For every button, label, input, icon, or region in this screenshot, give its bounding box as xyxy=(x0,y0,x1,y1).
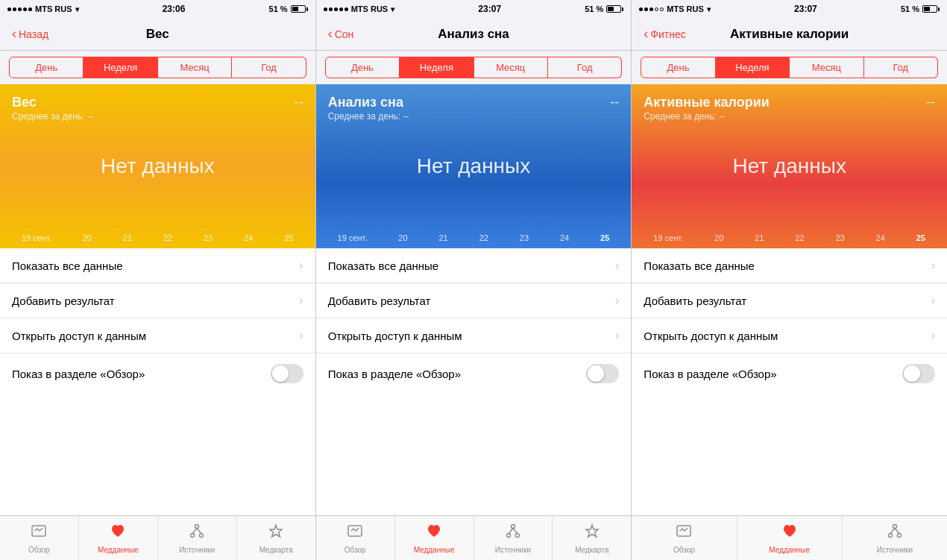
tab-icon xyxy=(426,523,442,544)
list-item-1[interactable]: Добавить результат› xyxy=(0,283,315,318)
back-button[interactable]: ‹Сон xyxy=(328,26,380,42)
svg-point-3 xyxy=(200,533,204,537)
axis-label: 24 xyxy=(876,233,885,242)
tab-bar: Обзор Медданные Источники Медкарта xyxy=(0,515,315,560)
signal-dots xyxy=(7,7,32,11)
list-item-1[interactable]: Добавить результат› xyxy=(632,283,947,318)
chart-axis: 19 сент.202122232425 xyxy=(0,233,315,242)
axis-label: 25 xyxy=(600,233,609,242)
segment-день[interactable]: День xyxy=(9,57,84,78)
list-item-0[interactable]: Показать все данные› xyxy=(632,248,947,283)
tab-медданные[interactable]: Медданные xyxy=(395,516,474,560)
segment-день[interactable]: День xyxy=(641,57,715,78)
tab-label: Медкарта xyxy=(259,546,293,554)
carrier-label: MTS RUS xyxy=(351,4,388,13)
wifi-icon: ▾ xyxy=(707,5,711,13)
axis-label: 25 xyxy=(916,233,925,242)
list-item-text: Показ в разделе «Обзор» xyxy=(12,368,145,380)
tab-icon xyxy=(110,523,126,544)
svg-point-1 xyxy=(195,524,199,528)
list-item-3[interactable]: Показ в разделе «Обзор» xyxy=(316,353,632,394)
tab-источники[interactable]: Источники xyxy=(158,516,237,560)
status-time: 23:07 xyxy=(794,4,817,14)
list-section: Показать все данные›Добавить результат›О… xyxy=(316,248,632,515)
list-item-3[interactable]: Показ в разделе «Обзор» xyxy=(632,353,947,394)
tab-медданные[interactable]: Медданные xyxy=(79,516,158,560)
svg-point-2 xyxy=(191,533,195,537)
back-button[interactable]: ‹Назад xyxy=(12,26,64,42)
list-item-1[interactable]: Добавить результат› xyxy=(316,283,632,318)
list-item-2[interactable]: Открыть доступ к данным› xyxy=(632,318,947,353)
tab-icon xyxy=(676,523,692,544)
tab-icon xyxy=(505,523,521,544)
segment-неделя[interactable]: Неделя xyxy=(400,57,474,78)
svg-point-6 xyxy=(506,533,510,537)
axis-label: 24 xyxy=(560,233,569,242)
back-label: Фитнес xyxy=(650,28,685,40)
list-item-3[interactable]: Показ в разделе «Обзор» xyxy=(0,353,315,394)
tab-icon xyxy=(31,523,47,544)
back-button[interactable]: ‹Фитнес xyxy=(644,26,696,42)
chart-card: Активные калории--Среднее за день: --Нет… xyxy=(632,84,947,248)
tab-label: Медданные xyxy=(769,546,810,554)
list-item-2[interactable]: Открыть доступ к данным› xyxy=(316,318,632,353)
segment-неделя[interactable]: Неделя xyxy=(716,57,790,78)
tab-обзор[interactable]: Обзор xyxy=(316,516,395,560)
carrier-label: MTS RUS xyxy=(35,4,72,13)
nav-title: Вес xyxy=(64,27,251,42)
list-item-2[interactable]: Открыть доступ к данным› xyxy=(0,318,315,353)
chart-title: Вес xyxy=(12,95,37,110)
segment-месяц[interactable]: Месяц xyxy=(158,57,232,78)
toggle-switch[interactable] xyxy=(271,364,303,383)
list-item-text: Добавить результат xyxy=(12,295,115,307)
segment-control: ДеньНеделяМесяцГод xyxy=(0,51,315,84)
segment-год[interactable]: Год xyxy=(548,57,622,78)
segment-день[interactable]: День xyxy=(325,57,400,78)
segment-год[interactable]: Год xyxy=(864,57,938,78)
tab-label: Источники xyxy=(877,546,913,554)
tab-медкарта[interactable]: Медкарта xyxy=(237,516,315,560)
list-item-text: Добавить результат xyxy=(328,295,431,307)
list-item-text: Показ в разделе «Обзор» xyxy=(328,368,461,380)
tab-источники[interactable]: Источники xyxy=(474,516,553,560)
chevron-left-icon: ‹ xyxy=(328,26,333,42)
wifi-icon: ▾ xyxy=(391,5,394,13)
tab-медкарта[interactable]: Медкарта xyxy=(553,516,631,560)
segment-неделя[interactable]: Неделя xyxy=(84,57,157,78)
wifi-icon: ▾ xyxy=(75,5,79,13)
axis-label: 21 xyxy=(123,233,132,242)
chevron-left-icon: ‹ xyxy=(12,26,16,42)
list-item-0[interactable]: Показать все данные› xyxy=(316,248,632,283)
chevron-right-icon: › xyxy=(931,259,935,272)
axis-label: 21 xyxy=(439,233,448,242)
toggle-switch[interactable] xyxy=(586,364,619,383)
battery-icon xyxy=(606,5,623,13)
status-time: 23:07 xyxy=(478,4,501,14)
tab-медданные[interactable]: Медданные xyxy=(737,516,843,560)
segment-месяц[interactable]: Месяц xyxy=(474,57,548,78)
tab-обзор[interactable]: Обзор xyxy=(0,516,79,560)
chevron-right-icon: › xyxy=(931,329,935,342)
axis-label: 19 сент. xyxy=(653,233,683,242)
chart-subtitle: Среднее за день: -- xyxy=(12,111,93,122)
segment-год[interactable]: Год xyxy=(232,57,306,78)
list-section: Показать все данные›Добавить результат›О… xyxy=(0,248,315,515)
chart-card: Вес--Среднее за день: --Нет данных19 сен… xyxy=(0,84,315,248)
tab-label: Медкарта xyxy=(575,546,608,554)
segment-control: ДеньНеделяМесяцГод xyxy=(632,51,947,84)
chart-subtitle: Среднее за день: -- xyxy=(328,111,409,122)
axis-label: 23 xyxy=(520,233,529,242)
segment-месяц[interactable]: Месяц xyxy=(790,57,863,78)
axis-label: 25 xyxy=(284,233,293,242)
no-data-label: Нет данных xyxy=(732,154,846,178)
toggle-switch[interactable] xyxy=(902,364,935,383)
tab-источники[interactable]: Источники xyxy=(843,516,947,560)
tab-icon xyxy=(887,523,903,544)
svg-point-9 xyxy=(893,524,896,528)
tab-bar: Обзор Медданные Источники Медкарта xyxy=(316,515,632,560)
svg-point-5 xyxy=(511,524,515,528)
battery-icon xyxy=(291,5,308,13)
tab-обзор[interactable]: Обзор xyxy=(632,516,737,560)
back-label: Сон xyxy=(335,28,354,40)
list-item-0[interactable]: Показать все данные› xyxy=(0,248,315,283)
